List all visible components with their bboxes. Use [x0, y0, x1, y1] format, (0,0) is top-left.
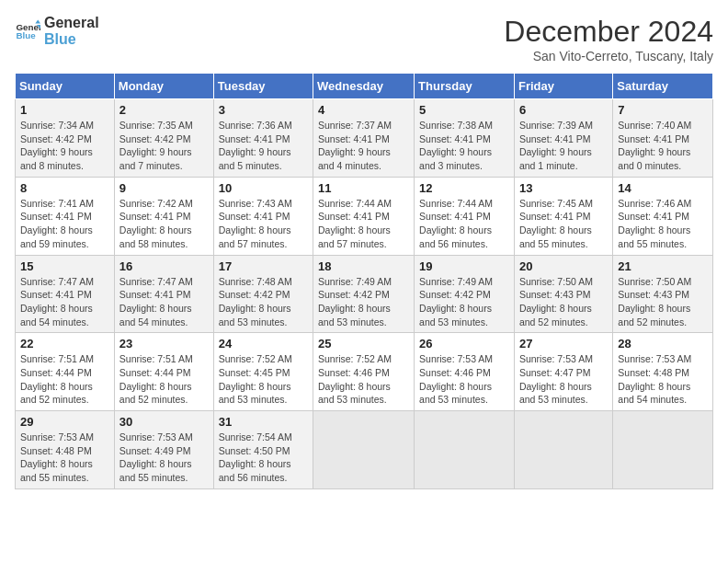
calendar-cell: 13Sunrise: 7:45 AMSunset: 4:41 PMDayligh… [514, 177, 612, 255]
calendar-cell [415, 411, 515, 489]
day-detail: Sunrise: 7:41 AMSunset: 4:41 PMDaylight:… [20, 197, 109, 251]
calendar-cell: 25Sunrise: 7:52 AMSunset: 4:46 PMDayligh… [313, 333, 415, 411]
day-detail: Sunrise: 7:51 AMSunset: 4:44 PMDaylight:… [119, 352, 209, 407]
calendar-cell: 24Sunrise: 7:52 AMSunset: 4:45 PMDayligh… [213, 333, 313, 411]
svg-text:Blue: Blue [16, 30, 36, 40]
day-detail: Sunrise: 7:42 AMSunset: 4:41 PMDaylight:… [119, 197, 209, 251]
day-number: 21 [618, 259, 708, 273]
col-header-saturday: Saturday [613, 74, 713, 99]
day-number: 25 [318, 337, 409, 350]
calendar-week-row: 22Sunrise: 7:51 AMSunset: 4:44 PMDayligh… [16, 333, 713, 411]
calendar-cell: 5Sunrise: 7:38 AMSunset: 4:41 PMDaylight… [415, 99, 515, 178]
header: General Blue General Blue December 2024 … [15, 15, 713, 63]
calendar-cell: 20Sunrise: 7:50 AMSunset: 4:43 PMDayligh… [514, 255, 612, 333]
calendar-cell: 7Sunrise: 7:40 AMSunset: 4:41 PMDaylight… [613, 99, 713, 178]
calendar-cell: 28Sunrise: 7:53 AMSunset: 4:48 PMDayligh… [613, 333, 713, 411]
calendar-week-row: 1Sunrise: 7:34 AMSunset: 4:42 PMDaylight… [16, 99, 713, 178]
calendar-cell: 2Sunrise: 7:35 AMSunset: 4:42 PMDaylight… [114, 99, 213, 178]
calendar-cell: 27Sunrise: 7:53 AMSunset: 4:47 PMDayligh… [514, 333, 612, 411]
day-number: 17 [219, 259, 308, 273]
day-detail: Sunrise: 7:43 AMSunset: 4:41 PMDaylight:… [219, 197, 308, 251]
calendar-cell: 19Sunrise: 7:49 AMSunset: 4:42 PMDayligh… [415, 255, 515, 333]
calendar-cell: 6Sunrise: 7:39 AMSunset: 4:41 PMDaylight… [514, 99, 612, 178]
calendar-cell: 14Sunrise: 7:46 AMSunset: 4:41 PMDayligh… [613, 177, 713, 255]
day-number: 9 [119, 181, 209, 195]
calendar-cell: 29Sunrise: 7:53 AMSunset: 4:48 PMDayligh… [16, 411, 115, 489]
day-number: 18 [318, 259, 409, 273]
day-number: 8 [20, 181, 109, 195]
day-detail: Sunrise: 7:47 AMSunset: 4:41 PMDaylight:… [20, 275, 109, 329]
calendar-cell: 4Sunrise: 7:37 AMSunset: 4:41 PMDaylight… [313, 99, 415, 178]
calendar-cell: 12Sunrise: 7:44 AMSunset: 4:41 PMDayligh… [415, 177, 515, 255]
day-detail: Sunrise: 7:40 AMSunset: 4:41 PMDaylight:… [618, 119, 708, 173]
calendar-week-row: 8Sunrise: 7:41 AMSunset: 4:41 PMDaylight… [16, 177, 713, 255]
calendar-cell: 1Sunrise: 7:34 AMSunset: 4:42 PMDaylight… [16, 99, 115, 178]
day-number: 4 [318, 103, 409, 117]
calendar-cell [514, 411, 612, 489]
day-detail: Sunrise: 7:46 AMSunset: 4:41 PMDaylight:… [618, 197, 708, 251]
calendar-cell: 22Sunrise: 7:51 AMSunset: 4:44 PMDayligh… [16, 333, 115, 411]
day-detail: Sunrise: 7:51 AMSunset: 4:44 PMDaylight:… [20, 352, 109, 407]
col-header-sunday: Sunday [16, 74, 115, 99]
calendar-table: SundayMondayTuesdayWednesdayThursdayFrid… [15, 73, 713, 489]
calendar-week-row: 29Sunrise: 7:53 AMSunset: 4:48 PMDayligh… [16, 411, 713, 489]
day-detail: Sunrise: 7:45 AMSunset: 4:41 PMDaylight:… [519, 197, 608, 251]
day-detail: Sunrise: 7:38 AMSunset: 4:41 PMDaylight:… [419, 119, 509, 173]
day-number: 7 [618, 103, 708, 117]
day-detail: Sunrise: 7:53 AMSunset: 4:49 PMDaylight:… [119, 431, 209, 485]
day-detail: Sunrise: 7:52 AMSunset: 4:46 PMDaylight:… [318, 352, 409, 407]
day-number: 24 [219, 337, 308, 350]
col-header-tuesday: Tuesday [213, 74, 313, 99]
calendar-cell [313, 411, 415, 489]
calendar-cell: 15Sunrise: 7:47 AMSunset: 4:41 PMDayligh… [16, 255, 115, 333]
logo: General Blue General Blue [15, 15, 99, 47]
day-number: 29 [20, 415, 109, 429]
day-detail: Sunrise: 7:50 AMSunset: 4:43 PMDaylight:… [618, 275, 708, 329]
day-detail: Sunrise: 7:49 AMSunset: 4:42 PMDaylight:… [318, 275, 409, 329]
day-detail: Sunrise: 7:48 AMSunset: 4:42 PMDaylight:… [219, 275, 308, 329]
col-header-wednesday: Wednesday [313, 74, 415, 99]
day-detail: Sunrise: 7:37 AMSunset: 4:41 PMDaylight:… [318, 119, 409, 173]
day-detail: Sunrise: 7:44 AMSunset: 4:41 PMDaylight:… [318, 197, 409, 251]
day-detail: Sunrise: 7:44 AMSunset: 4:41 PMDaylight:… [419, 197, 509, 251]
col-header-monday: Monday [114, 74, 213, 99]
calendar-cell: 26Sunrise: 7:53 AMSunset: 4:46 PMDayligh… [415, 333, 515, 411]
day-detail: Sunrise: 7:50 AMSunset: 4:43 PMDaylight:… [519, 275, 608, 329]
day-number: 2 [119, 103, 209, 117]
month-title: December 2024 [504, 15, 713, 49]
calendar-cell: 23Sunrise: 7:51 AMSunset: 4:44 PMDayligh… [114, 333, 213, 411]
col-header-thursday: Thursday [415, 74, 515, 99]
day-number: 19 [419, 259, 509, 273]
calendar-cell: 3Sunrise: 7:36 AMSunset: 4:41 PMDaylight… [213, 99, 313, 178]
day-number: 22 [20, 337, 109, 350]
calendar-cell: 18Sunrise: 7:49 AMSunset: 4:42 PMDayligh… [313, 255, 415, 333]
location: San Vito-Cerreto, Tuscany, Italy [504, 49, 713, 63]
day-number: 27 [519, 337, 608, 350]
calendar-body: 1Sunrise: 7:34 AMSunset: 4:42 PMDaylight… [16, 99, 713, 489]
calendar-cell: 9Sunrise: 7:42 AMSunset: 4:41 PMDaylight… [114, 177, 213, 255]
logo-icon: General Blue [15, 18, 40, 44]
calendar-header-row: SundayMondayTuesdayWednesdayThursdayFrid… [16, 74, 713, 99]
day-detail: Sunrise: 7:53 AMSunset: 4:47 PMDaylight:… [519, 352, 608, 407]
day-detail: Sunrise: 7:53 AMSunset: 4:48 PMDaylight:… [618, 352, 708, 407]
title-area: December 2024 San Vito-Cerreto, Tuscany,… [504, 15, 713, 63]
day-number: 16 [119, 259, 209, 273]
day-number: 20 [519, 259, 608, 273]
calendar-cell: 21Sunrise: 7:50 AMSunset: 4:43 PMDayligh… [613, 255, 713, 333]
day-detail: Sunrise: 7:47 AMSunset: 4:41 PMDaylight:… [119, 275, 209, 329]
day-number: 10 [219, 181, 308, 195]
col-header-friday: Friday [514, 74, 612, 99]
day-number: 30 [119, 415, 209, 429]
day-number: 1 [20, 103, 109, 117]
day-detail: Sunrise: 7:54 AMSunset: 4:50 PMDaylight:… [219, 431, 308, 485]
day-number: 31 [219, 415, 308, 429]
day-detail: Sunrise: 7:53 AMSunset: 4:46 PMDaylight:… [419, 352, 509, 407]
calendar-cell [613, 411, 713, 489]
day-detail: Sunrise: 7:35 AMSunset: 4:42 PMDaylight:… [119, 119, 209, 173]
day-number: 3 [219, 103, 308, 117]
day-number: 5 [419, 103, 509, 117]
day-number: 12 [419, 181, 509, 195]
calendar-cell: 17Sunrise: 7:48 AMSunset: 4:42 PMDayligh… [213, 255, 313, 333]
day-detail: Sunrise: 7:39 AMSunset: 4:41 PMDaylight:… [519, 119, 608, 173]
day-number: 14 [618, 181, 708, 195]
